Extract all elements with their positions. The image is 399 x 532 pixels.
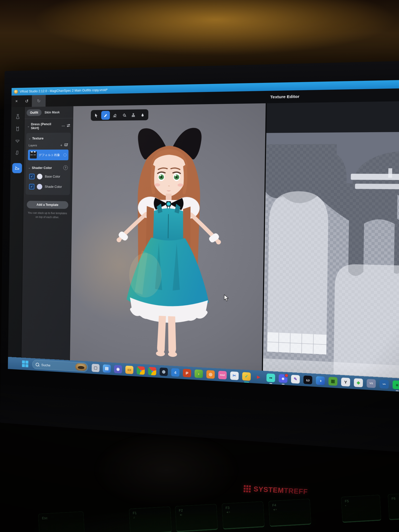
task-view-icon[interactable]: ▢ [92, 364, 100, 372]
search-label: Suche [41, 363, 73, 369]
vroid-studio-icon[interactable]: ✓ [242, 372, 251, 381]
pen-tool-icon[interactable] [101, 111, 110, 120]
rail-dress-icon[interactable] [14, 113, 21, 120]
window-title: VRoid Studio 2.12.0 - MagiChanSpec 2 Mai… [20, 88, 108, 93]
keyboard-key-f1[interactable]: F1♫ [129, 507, 172, 532]
medal-icon[interactable]: ▶ [254, 373, 263, 381]
layer-thumbnail [30, 151, 37, 158]
powerpoint-icon[interactable]: P [183, 369, 191, 377]
clip-studio-icon[interactable]: ✎ [291, 375, 300, 383]
chevron-down-icon: ⌄ [27, 125, 29, 128]
spotify-icon[interactable]: ≡ [393, 380, 399, 389]
texture-section-header[interactable]: ⌄ Texture [28, 135, 69, 142]
start-button-icon[interactable] [22, 360, 29, 367]
discord-icon[interactable]: ☻ [279, 374, 288, 383]
sims-plumbob-icon[interactable]: ◆ [354, 378, 363, 387]
photo-stage: VRoid Studio 2.12.0 - MagiChanSpec 2 Mai… [0, 0, 399, 532]
avatar-app-icon[interactable]: •• [267, 373, 275, 382]
layer-visibility-icon[interactable] [63, 153, 66, 156]
file-explorer-icon[interactable]: ▭ [125, 365, 133, 374]
panel-tabs: Outfit Skin Mask [25, 106, 73, 119]
monitor: VRoid Studio 2.12.0 - MagiChanSpec 2 Mai… [0, 60, 399, 455]
character-model[interactable] [105, 127, 232, 362]
search-box[interactable]: Suche [32, 360, 88, 372]
settings-sliders-icon[interactable] [66, 124, 70, 128]
keyboard-key-f3[interactable]: F3◄+ [222, 501, 264, 530]
add-template-button[interactable]: Add a Template [27, 201, 68, 209]
layers-label: Layers [29, 144, 37, 147]
layers-row: Layers + [28, 142, 69, 149]
tab-outfit[interactable]: Outfit [26, 109, 42, 116]
teams-chat-icon[interactable]: ◉ [114, 365, 122, 374]
item-header[interactable]: ⌄ Dress (Pencil Skirt) ⋯ [24, 118, 73, 132]
brand-grid-icon [243, 485, 251, 493]
help-icon[interactable]: ? [63, 165, 68, 170]
bluestacks-icon[interactable]: ◗ [195, 369, 203, 378]
shade-color-label: Shade Color [45, 185, 62, 189]
screen: VRoid Studio 2.12.0 - MagiChanSpec 2 Mai… [8, 80, 399, 393]
model-viewport[interactable] [70, 103, 266, 371]
redo-icon[interactable]: ↻ [32, 95, 46, 107]
rail-bottoms-icon[interactable] [14, 137, 21, 144]
widgets-icon[interactable]: ▤ [103, 364, 111, 373]
import-image-icon[interactable] [64, 143, 68, 147]
uv-texture-overlay [263, 132, 399, 379]
keyboard-key-f2[interactable]: F2◄- [175, 504, 218, 532]
eraser-tool-icon[interactable] [110, 111, 119, 119]
keyboard-key-f6[interactable]: F6 [388, 492, 399, 520]
keyboard-key-esc[interactable]: Esc [38, 511, 85, 532]
blender-icon[interactable]: ◎ [206, 370, 215, 379]
shader-section-title: Shader Color [32, 166, 52, 170]
paint-icon[interactable]: ◑ [316, 376, 325, 385]
video-editor-icon[interactable]: ✂ [230, 371, 239, 380]
vroid-app-icon [14, 90, 18, 94]
clock-app-icon[interactable]: Y [341, 377, 350, 387]
texture-canvas[interactable] [263, 132, 399, 379]
add-layer-icon[interactable]: + [60, 143, 62, 147]
tab-skin-mask[interactable]: Skin Mask [42, 109, 62, 116]
keyboard-key-f5[interactable]: F5▪ [341, 495, 381, 523]
texture-card: ⌄ Texture Layers + [25, 133, 71, 195]
shader-option-shade: Shade Color [28, 182, 68, 192]
texture-panel [262, 101, 399, 379]
undo-icon[interactable]: ↺ [22, 95, 32, 107]
steam-icon[interactable]: ◍ [159, 367, 168, 376]
shade-color-checkbox[interactable] [29, 184, 35, 190]
rail-tops-icon[interactable] [14, 125, 21, 132]
template-hint-text: You can stack up to five templates on to… [23, 211, 72, 220]
close-icon[interactable]: × [11, 95, 22, 107]
base-color-label: Base Color [45, 175, 60, 178]
item-title: Dress (Pencil Skirt) [31, 122, 60, 130]
stamp-tool-icon[interactable] [129, 110, 138, 119]
shade-color-swatch[interactable] [37, 184, 42, 190]
base-color-swatch[interactable] [37, 174, 42, 179]
shader-section-header[interactable]: ⌄ Shader Color ? [28, 164, 68, 172]
mouse-cursor [224, 295, 229, 302]
main-area: Outfit Skin Mask ⌄ Dress (Pencil Skirt) … [8, 101, 399, 379]
notification-badge [284, 373, 289, 378]
chrome-icon[interactable]: ● [148, 367, 156, 375]
fill-tool-icon[interactable] [119, 111, 128, 119]
chevron-down-icon: ⌄ [29, 137, 31, 140]
texture-editor-title: Texture Editor [243, 94, 327, 100]
texture-section-title: Texture [32, 136, 44, 140]
osu-icon[interactable]: osu! [218, 371, 227, 380]
openoffice-icon[interactable]: ∽ [380, 380, 389, 389]
chrome-profile-icon[interactable]: ● [137, 366, 145, 375]
overflow-menu-icon[interactable]: ⋯ [62, 124, 65, 128]
sims-4-icon[interactable]: 4 [171, 368, 179, 377]
mascot-app-icon[interactable]: ω [303, 375, 312, 384]
select-tool-icon[interactable] [92, 111, 101, 120]
rail-socks-icon[interactable] [14, 149, 21, 156]
visual-studio-icon[interactable]: VS [367, 379, 376, 388]
outfit-side-panel: Outfit Skin Mask ⌄ Dress (Pencil Skirt) … [21, 106, 73, 360]
layer-item-selected[interactable]: デフォルト画像 [28, 150, 68, 160]
rail-shoes-icon[interactable] [12, 163, 22, 173]
base-color-checkbox[interactable] [29, 174, 35, 179]
search-icon [36, 363, 39, 366]
search-daily-image[interactable] [75, 363, 87, 371]
keyboard-key-f4[interactable]: F4◄× [268, 499, 311, 527]
shader-option-base: Base Color [28, 171, 68, 182]
liquify-tool-icon[interactable] [138, 110, 147, 119]
minecraft-icon[interactable]: ▦ [328, 377, 337, 386]
